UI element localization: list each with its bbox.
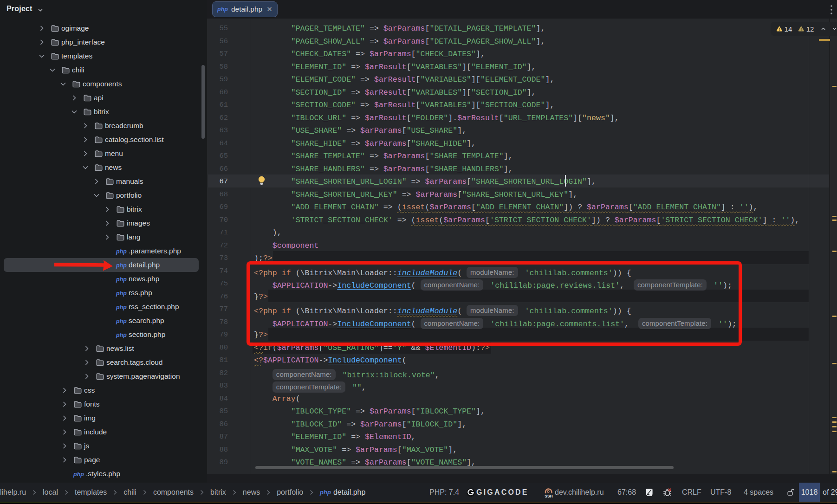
svg-text:SSH: SSH <box>545 494 552 498</box>
